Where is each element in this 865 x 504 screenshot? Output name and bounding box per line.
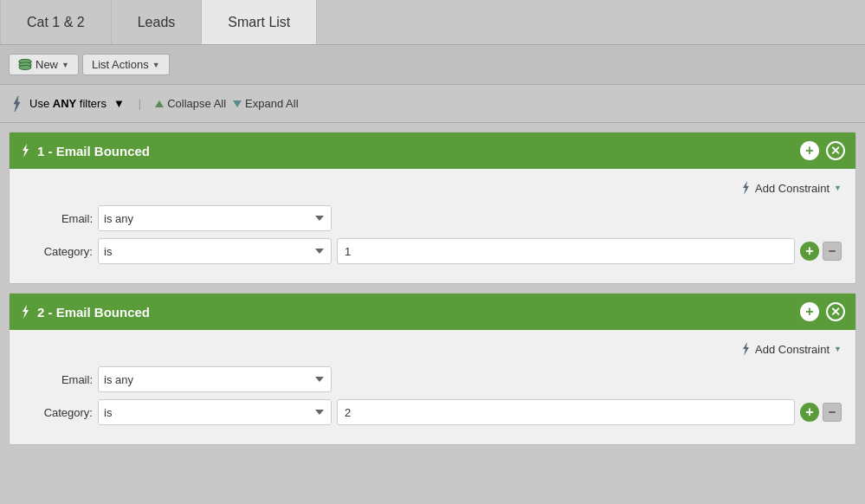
expand-label: Expand All xyxy=(245,97,298,110)
card1-add-constraint-button[interactable]: Add Constraint ▼ xyxy=(740,181,842,195)
use-label: Use ANY filters xyxy=(29,97,107,110)
card1-title-text: 1 - Email Bounced xyxy=(37,144,150,158)
card1-constraint-caret: ▼ xyxy=(834,184,842,192)
divider: | xyxy=(139,97,141,110)
new-caret: ▼ xyxy=(61,61,69,69)
card2-email-row: Email: is any is is not xyxy=(23,366,842,392)
list-actions-caret: ▼ xyxy=(152,61,160,69)
remove-icon-2 xyxy=(828,408,836,417)
list-actions-label: List Actions xyxy=(92,58,149,71)
filter-caret[interactable]: ▼ xyxy=(113,97,125,110)
svg-point-3 xyxy=(19,65,31,69)
card2-email-label: Email: xyxy=(23,373,93,386)
toolbar: New ▼ List Actions ▼ xyxy=(0,45,865,85)
card1-category-row: Category: is is not is any + xyxy=(23,238,842,264)
card2-category-input[interactable] xyxy=(337,399,795,425)
filter-card-1-title: 1 - Email Bounced xyxy=(20,144,150,158)
card2-category-label: Category: xyxy=(23,406,93,419)
any-label: ANY xyxy=(53,97,76,110)
filter-card-2-body: Add Constraint ▼ Email: is any is is not… xyxy=(10,330,855,444)
svg-rect-7 xyxy=(829,250,836,252)
card1-close-button[interactable]: ✕ xyxy=(826,141,845,160)
collapse-label: Collapse All xyxy=(167,97,226,110)
tab-leads[interactable]: Leads xyxy=(112,0,203,44)
filter-card-2-title: 2 - Email Bounced xyxy=(20,305,150,320)
svg-marker-6 xyxy=(743,181,749,195)
tab-cat12-label: Cat 1 & 2 xyxy=(27,15,85,30)
card1-add-constraint-row: Add Constraint ▼ xyxy=(23,181,842,195)
filter-card-1: 1 - Email Bounced + ✕ Add Constraint ▼ E… xyxy=(9,132,856,284)
card2-category-actions: + xyxy=(800,403,842,422)
expand-icon xyxy=(233,100,242,107)
card1-category-add-button[interactable]: + xyxy=(800,242,819,261)
collapse-all-button[interactable]: Collapse All xyxy=(155,97,226,110)
new-button[interactable]: New ▼ xyxy=(9,54,79,75)
card2-category-remove-button[interactable] xyxy=(823,403,842,422)
card2-header-actions: + ✕ xyxy=(800,302,845,321)
card1-header-actions: + ✕ xyxy=(800,141,845,160)
list-actions-button[interactable]: List Actions ▼ xyxy=(82,54,170,75)
content-area: 1 - Email Bounced + ✕ Add Constraint ▼ E… xyxy=(0,123,865,504)
card1-category-actions: + xyxy=(800,242,842,261)
svg-marker-9 xyxy=(743,342,749,356)
filter-bolt-icon xyxy=(10,96,23,112)
svg-marker-8 xyxy=(23,305,29,319)
card2-add-constraint-label: Add Constraint xyxy=(755,343,829,356)
card2-add-constraint-row: Add Constraint ▼ xyxy=(23,342,842,356)
filter-card-1-body: Add Constraint ▼ Email: is any is is not… xyxy=(10,169,855,283)
card2-close-button[interactable]: ✕ xyxy=(826,302,845,321)
database-icon xyxy=(18,59,32,71)
card2-bolt-icon xyxy=(20,305,30,319)
collapse-icon xyxy=(155,100,164,107)
card1-category-input[interactable] xyxy=(337,238,795,264)
tab-leads-label: Leads xyxy=(138,15,176,30)
filter-card-2: 2 - Email Bounced + ✕ Add Constraint ▼ E… xyxy=(9,293,856,445)
card2-title-text: 2 - Email Bounced xyxy=(37,305,150,320)
card2-add-button[interactable]: + xyxy=(800,302,819,321)
svg-marker-4 xyxy=(14,96,20,112)
new-label: New xyxy=(36,58,58,71)
card2-constraint-caret: ▼ xyxy=(834,345,842,353)
card2-category-select[interactable]: is is not is any xyxy=(98,399,332,425)
tab-smartlist-label: Smart List xyxy=(228,15,290,30)
card1-bolt-icon xyxy=(20,144,30,158)
card2-category-row: Category: is is not is any + xyxy=(23,399,842,425)
filter-card-1-header: 1 - Email Bounced + ✕ xyxy=(10,132,855,169)
svg-rect-10 xyxy=(829,411,836,413)
card1-email-row: Email: is any is is not xyxy=(23,205,842,231)
svg-marker-5 xyxy=(23,144,29,158)
card2-constraint-bolt-icon xyxy=(740,342,751,356)
card2-add-constraint-button[interactable]: Add Constraint ▼ xyxy=(740,342,842,356)
filter-bar: Use ANY filters ▼ | Collapse All Expand … xyxy=(0,85,865,123)
card2-category-add-button[interactable]: + xyxy=(800,403,819,422)
card2-email-select[interactable]: is any is is not xyxy=(98,366,332,392)
card1-constraint-bolt-icon xyxy=(740,181,751,195)
card1-add-constraint-label: Add Constraint xyxy=(755,182,829,195)
tab-smartlist[interactable]: Smart List xyxy=(202,0,317,44)
filter-card-2-header: 2 - Email Bounced + ✕ xyxy=(10,294,855,330)
expand-all-button[interactable]: Expand All xyxy=(233,97,298,110)
tabs-bar: Cat 1 & 2 Leads Smart List xyxy=(0,0,865,45)
card1-email-select[interactable]: is any is is not xyxy=(98,205,332,231)
tab-cat12[interactable]: Cat 1 & 2 xyxy=(0,0,112,44)
remove-icon xyxy=(828,247,836,255)
card1-add-button[interactable]: + xyxy=(800,141,819,160)
card1-category-remove-button[interactable] xyxy=(823,242,842,261)
card1-category-select[interactable]: is is not is any xyxy=(98,238,332,264)
card1-email-label: Email: xyxy=(23,212,93,225)
card1-category-label: Category: xyxy=(23,245,93,258)
